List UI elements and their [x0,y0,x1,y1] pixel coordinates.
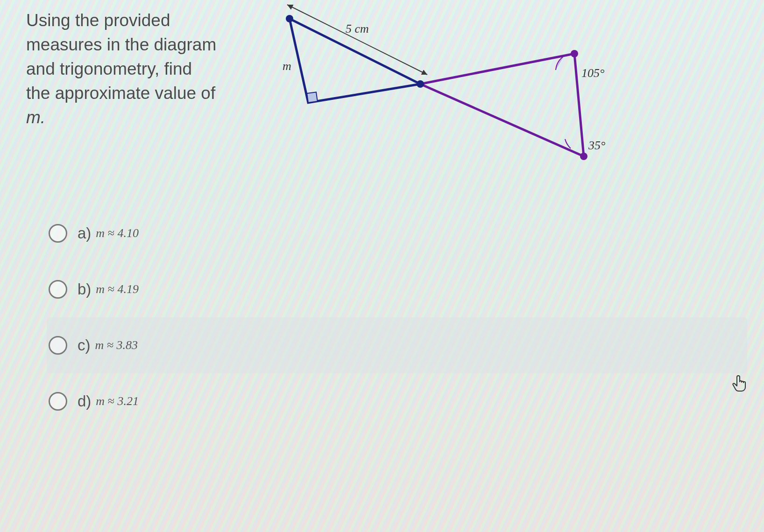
vertex-dot [571,50,578,57]
option-value: m ≈ 4.19 [96,282,139,296]
option-value: m ≈ 4.10 [96,226,139,240]
hand-cursor-icon [732,373,749,396]
option-value: m ≈ 3.83 [95,338,138,352]
radio-icon[interactable] [49,224,67,243]
option-value: m ≈ 3.21 [96,394,139,408]
option-letter: c) [78,336,91,354]
option-letter: d) [78,392,91,410]
vertex-dot [580,153,587,160]
question-line: and trigonometry, find [26,59,192,78]
dimension-label-5cm: 5 cm [346,22,369,35]
vertex-dot [417,80,424,88]
geometry-diagram: 5 cm m 105° 35° [257,0,640,177]
radio-icon[interactable] [49,280,67,299]
question-variable: m. [26,108,45,127]
right-angle-marker [307,92,318,103]
option-d[interactable]: d) m ≈ 3.21 [47,373,747,429]
radio-icon[interactable] [49,392,67,411]
option-letter: b) [78,280,91,298]
dimension-arrow [287,5,427,75]
option-c[interactable]: c) m ≈ 3.83 [47,317,747,373]
question-line: Using the provided [26,11,170,30]
right-triangle [420,54,584,156]
angle-35-arc [565,139,571,148]
option-letter: a) [78,224,91,242]
angle-label-35: 35° [588,139,605,152]
question-text: Using the provided measures in the diagr… [26,8,246,130]
radio-icon[interactable] [49,336,67,355]
angle-label-105: 105° [581,66,604,80]
option-b[interactable]: b) m ≈ 4.19 [47,261,747,317]
option-a[interactable]: a) m ≈ 4.10 [47,205,747,261]
question-line: the approximate value of [26,84,215,103]
vertex-dot [286,15,293,22]
side-label-m: m [283,59,291,73]
question-line: measures in the diagram [26,35,216,54]
answer-options: a) m ≈ 4.10 b) m ≈ 4.19 c) m ≈ 3.83 d) m… [47,205,747,429]
